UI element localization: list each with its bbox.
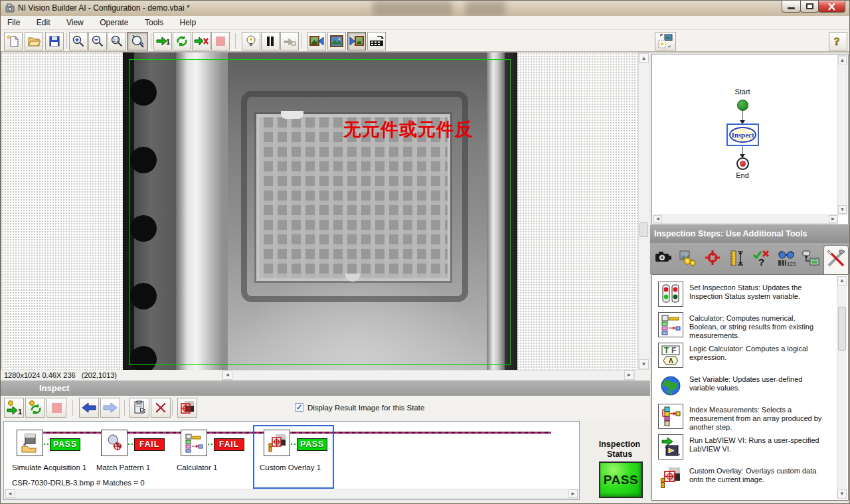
scrollbar-thumb[interactable] — [639, 222, 648, 237]
run-labview-vi-icon[interactable] — [658, 434, 683, 460]
custom-overlay-list-icon[interactable] — [658, 465, 683, 490]
tab-check-presence[interactable]: ? — [750, 247, 774, 274]
tool-list-vertical-scrollbar[interactable] — [837, 276, 847, 499]
roi-rectangle[interactable] — [129, 59, 511, 365]
image-viewer[interactable]: 无元件或元件反 — [1, 52, 650, 370]
diagram-vertical-scrollbar[interactable] — [837, 55, 847, 214]
stop-state-button[interactable] — [46, 398, 66, 418]
steps-horizontal-scrollbar[interactable] — [5, 489, 578, 499]
stop-button[interactable] — [211, 32, 230, 50]
previous-state-button[interactable] — [79, 398, 99, 418]
tab-identify-parts[interactable]: 123 — [774, 247, 798, 274]
tab-communicate[interactable] — [799, 247, 823, 274]
state-title-bar: Inspect — [1, 380, 650, 396]
menu-tools[interactable]: Tools — [138, 16, 170, 30]
run-state-loop-button[interactable] — [25, 398, 45, 418]
menu-help[interactable]: Help — [173, 16, 203, 30]
make-movie-button[interactable] — [367, 32, 386, 50]
diagram-end-node[interactable] — [736, 157, 749, 170]
switch-view-button[interactable] — [655, 32, 676, 50]
close-icon — [827, 3, 836, 11]
menu-operate[interactable]: Operate — [93, 16, 135, 30]
menu-view[interactable]: View — [60, 16, 90, 30]
step-simulate-acquisition[interactable] — [17, 430, 43, 456]
tab-acquire-image[interactable] — [651, 247, 675, 274]
help-button[interactable]: ? — [829, 32, 847, 50]
viewer-horizontal-scrollbar[interactable] — [222, 370, 635, 380]
step-match-pattern[interactable] — [101, 430, 128, 456]
scroll-up-button[interactable] — [639, 53, 649, 63]
scroll-right-button[interactable] — [568, 489, 578, 498]
edit-step-button[interactable] — [129, 398, 149, 418]
run-loop-button[interactable] — [173, 32, 191, 50]
zoom-in-button[interactable] — [69, 32, 88, 50]
pause-button[interactable] — [261, 32, 280, 50]
play-images-button[interactable] — [347, 32, 366, 50]
logic-calculator-icon[interactable]: TFΛ — [658, 343, 683, 368]
scroll-up-button[interactable] — [837, 276, 847, 286]
diagram-horizontal-scrollbar[interactable] — [653, 214, 838, 224]
title-bar[interactable]: NI Vision Builder AI - Configuration - d… — [1, 1, 849, 16]
tool-item-set-variable[interactable]: Set Variable: Updates user-defined varia… — [689, 375, 822, 392]
inspection-image[interactable]: 无元件或元件反 — [123, 52, 517, 370]
state-toolbar: 1 Display Result Image for this State — [1, 396, 650, 421]
current-step-tool-button[interactable] — [177, 398, 197, 418]
diagram-inspect-ellipse[interactable]: Inspect — [729, 127, 756, 143]
tab-measure-features[interactable] — [725, 247, 749, 274]
open-file-button[interactable] — [25, 32, 43, 50]
zoom-out-button[interactable] — [88, 32, 107, 50]
tool-item-run-labview-vi[interactable]: Run LabVIEW VI: Runs a user-specified La… — [689, 436, 822, 454]
minimize-button[interactable] — [782, 1, 801, 13]
diagram-inspect-node[interactable]: Inspect — [726, 124, 759, 146]
steps-list[interactable]: PASS Simulate Acquisition 1 CSR-7030-DRL… — [3, 421, 580, 500]
step-calculator[interactable] — [181, 430, 207, 456]
browse-images-button[interactable] — [327, 32, 346, 50]
set-inspection-status-icon[interactable] — [658, 282, 683, 307]
tool-item-set-inspection-status[interactable]: Set Inspection Status: Updates the Inspe… — [689, 284, 822, 301]
index-measurements-icon[interactable] — [658, 404, 683, 429]
display-result-image-checkbox[interactable] — [295, 403, 303, 412]
step-over-button[interactable] — [280, 32, 299, 50]
delete-step-button[interactable] — [151, 398, 171, 418]
diagram-start-node[interactable] — [737, 100, 748, 111]
tab-enhance-image[interactable] — [676, 247, 700, 274]
tab-locate-features[interactable] — [701, 247, 724, 274]
run-once-button[interactable]: 1 — [153, 32, 172, 50]
scroll-up-button[interactable] — [838, 56, 847, 64]
tab-use-additional-tools[interactable] — [823, 245, 849, 274]
set-variable-icon[interactable] — [658, 373, 683, 398]
scroll-down-button[interactable] — [837, 489, 847, 499]
tool-item-custom-overlay[interactable]: Custom Overlay: Overlays custom data ont… — [689, 467, 822, 484]
scroll-down-button[interactable] — [639, 359, 649, 369]
tool-list[interactable]: Set Inspection Status: Updates the Inspe… — [651, 274, 849, 501]
save-icon — [48, 35, 61, 48]
scroll-left-button[interactable] — [222, 371, 232, 380]
step-custom-overlay[interactable] — [264, 430, 290, 456]
tool-item-calculator[interactable]: Calculator: Computes numerical, Boolean,… — [689, 314, 822, 340]
save-file-button[interactable] — [45, 32, 64, 50]
calculator-icon[interactable] — [658, 312, 683, 337]
menu-bar: File Edit View Operate Tools Help — [1, 16, 849, 30]
new-file-button[interactable] — [4, 32, 23, 50]
tool-item-index-measurements[interactable]: Index Measurements: Selects a measuremen… — [689, 406, 822, 432]
scrollbar-thumb[interactable] — [838, 307, 846, 351]
scroll-right-button[interactable] — [829, 215, 837, 223]
scroll-down-button[interactable] — [838, 205, 847, 214]
close-button[interactable] — [818, 1, 845, 13]
run-until-failure-button[interactable] — [192, 32, 211, 50]
previous-image-button[interactable] — [307, 32, 326, 50]
run-state-once-button[interactable]: 1 — [4, 398, 24, 418]
scroll-right-button[interactable] — [624, 371, 634, 380]
maximize-button[interactable] — [800, 1, 819, 13]
zoom-1to1-button[interactable]: 1:1 — [108, 32, 126, 50]
menu-file[interactable]: File — [1, 16, 27, 30]
scroll-left-button[interactable] — [5, 489, 15, 498]
scroll-left-button[interactable] — [653, 215, 662, 223]
next-state-button[interactable] — [100, 398, 120, 418]
viewer-vertical-scrollbar[interactable] — [638, 52, 649, 370]
highlight-execution-button[interactable] — [242, 32, 260, 50]
menu-edit[interactable]: Edit — [30, 16, 57, 30]
tool-item-logic-calculator[interactable]: Logic Calculator: Computes a logical exp… — [689, 345, 822, 362]
state-diagram-panel[interactable]: Start Inspect End — [651, 54, 849, 225]
zoom-to-fit-button[interactable] — [127, 32, 148, 50]
